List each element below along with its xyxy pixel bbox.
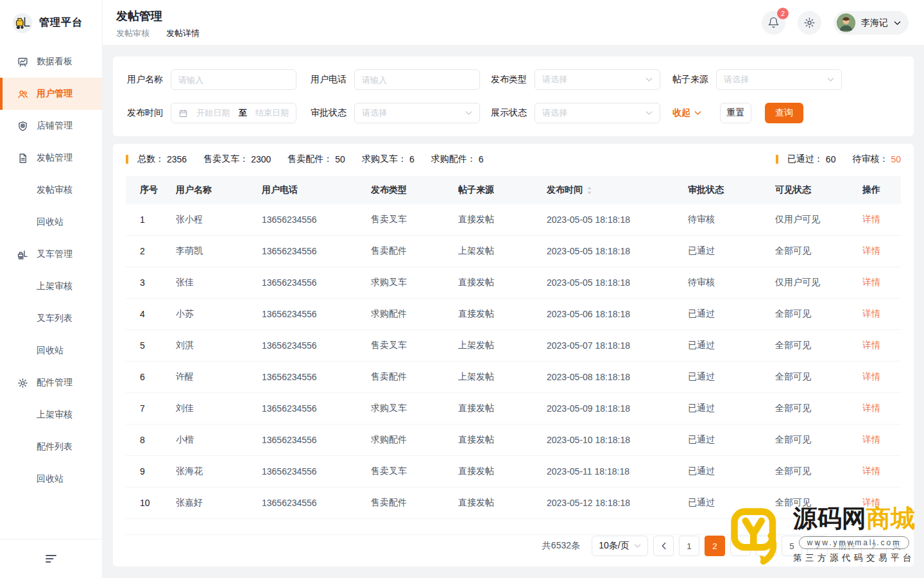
table-spacer bbox=[126, 519, 901, 535]
cell-index: 7 bbox=[126, 403, 176, 414]
cell-post-source: 直接发帖 bbox=[458, 434, 547, 446]
sidebar: 管理平台 数据看板 用户管理 店铺管理 发帖管理 发帖审核 回收站 bbox=[0, 0, 103, 578]
table-row: 10 张嘉好 13656234556 售卖配件 直接发帖 2023-05-12 … bbox=[126, 487, 901, 519]
next-page-button[interactable] bbox=[807, 536, 828, 556]
date-range-picker[interactable]: 开始日期 至 结束日期 bbox=[171, 103, 296, 123]
prev-page-button[interactable] bbox=[653, 536, 674, 556]
cell-publish-time: 2023-05-10 18:18:18 bbox=[547, 435, 688, 445]
post-type-select[interactable]: 请选择 bbox=[535, 69, 660, 90]
header-tab[interactable]: 发帖审核 bbox=[116, 28, 150, 39]
cell-username: 刘淇 bbox=[176, 340, 262, 351]
sidebar-item[interactable]: 回收站 bbox=[0, 463, 102, 495]
sidebar-item-label: 配件管理 bbox=[37, 377, 73, 389]
cell-post-type: 求购配件 bbox=[371, 308, 458, 320]
post-source-select[interactable]: 请选择 bbox=[716, 69, 842, 90]
cell-post-source: 直接发帖 bbox=[458, 277, 547, 288]
sidebar-item-label: 上架审核 bbox=[37, 281, 73, 292]
chevron-left-icon bbox=[661, 542, 667, 550]
page-title: 发帖管理 bbox=[116, 8, 162, 24]
detail-link[interactable]: 详情 bbox=[862, 403, 880, 413]
page-button[interactable]: 1 bbox=[679, 536, 699, 556]
page-size-select[interactable]: 10条/页 bbox=[592, 536, 648, 556]
table-row: 4 小苏 13656234556 求购配件 直接发帖 2023-05-06 18… bbox=[126, 299, 901, 330]
notification-badge: 2 bbox=[777, 8, 789, 19]
sidebar-item-label: 上架审核 bbox=[37, 409, 73, 421]
sidebar-item[interactable]: 配件管理 bbox=[0, 367, 102, 399]
cell-approve-status: 已通过 bbox=[688, 497, 775, 509]
sidebar-item[interactable]: 配件列表 bbox=[0, 431, 102, 463]
cell-post-source: 上架发帖 bbox=[458, 340, 547, 351]
table-row: 1 张小程 13656234556 售卖叉车 直接发帖 2023-05-05 1… bbox=[126, 204, 901, 236]
collapse-sidebar-icon[interactable] bbox=[39, 548, 64, 569]
sidebar-item[interactable]: 店铺管理 bbox=[0, 110, 102, 142]
pagination: 共6532条 10条/页 12345 前往 页 bbox=[542, 536, 901, 556]
brand: 管理平台 bbox=[0, 0, 102, 46]
cell-approve-status: 已通过 bbox=[688, 466, 775, 477]
cell-approve-status: 已通过 bbox=[688, 403, 775, 414]
page-button[interactable]: 2 bbox=[705, 536, 725, 556]
detail-link[interactable]: 详情 bbox=[862, 497, 880, 507]
page-button[interactable]: 4 bbox=[756, 536, 776, 556]
page-button[interactable]: 5 bbox=[782, 536, 802, 556]
detail-link[interactable]: 详情 bbox=[862, 371, 880, 381]
sidebar-item[interactable]: 数据看板 bbox=[0, 46, 102, 78]
table-row: 7 刘佳 13656234556 求购叉车 直接发帖 2023-05-09 18… bbox=[126, 393, 901, 425]
sidebar-item[interactable]: 叉车管理 bbox=[0, 238, 102, 270]
stat-item: 待审核 50 bbox=[852, 153, 901, 165]
collapse-filters-link[interactable]: 收起 bbox=[672, 103, 701, 123]
forklift-logo-icon bbox=[12, 12, 33, 34]
detail-link[interactable]: 详情 bbox=[862, 434, 880, 444]
reset-button[interactable]: 重置 bbox=[720, 103, 751, 123]
detail-link[interactable]: 详情 bbox=[862, 340, 880, 350]
filter-panel: 用户名称 用户电话 发布类型 请选择 帖子来源 请选择 发布时间 bbox=[113, 57, 914, 136]
phone-input[interactable] bbox=[354, 69, 480, 90]
sidebar-item[interactable]: 发帖管理 bbox=[0, 142, 102, 174]
cell-username: 李萌凯 bbox=[176, 245, 262, 257]
sidebar-item[interactable]: 上架审核 bbox=[0, 270, 102, 302]
cell-visible-status: 仅用户可见 bbox=[775, 214, 862, 225]
detail-link[interactable]: 详情 bbox=[862, 277, 880, 287]
detail-link[interactable]: 详情 bbox=[862, 245, 880, 256]
cell-visible-status: 全部可见 bbox=[775, 308, 862, 320]
page-button[interactable]: 3 bbox=[730, 536, 751, 556]
filter-label-publish-time: 发布时间 bbox=[127, 107, 163, 119]
header-tab[interactable]: 发帖详情 bbox=[166, 28, 200, 39]
settings-button[interactable] bbox=[798, 11, 821, 35]
cell-username: 刘佳 bbox=[176, 403, 262, 414]
sidebar-item[interactable]: 发帖审核 bbox=[0, 174, 102, 206]
notification-button[interactable]: 2 bbox=[762, 11, 785, 35]
shop-shield-icon bbox=[17, 120, 28, 132]
detail-link[interactable]: 详情 bbox=[862, 308, 880, 319]
users-icon bbox=[17, 88, 28, 100]
sidebar-item[interactable]: 回收站 bbox=[0, 335, 102, 367]
table-row: 3 张佳 13656234556 求购叉车 直接发帖 2023-05-05 18… bbox=[126, 267, 901, 299]
header: 发帖管理 发帖审核发帖详情 2 李海记 bbox=[103, 0, 924, 46]
cell-publish-time: 2023-05-07 18:18:18 bbox=[547, 340, 688, 351]
sidebar-item-label: 发帖审核 bbox=[37, 184, 73, 196]
display-status-select[interactable]: 请选择 bbox=[535, 103, 660, 123]
cell-username: 张小程 bbox=[176, 214, 262, 225]
username-input[interactable] bbox=[171, 69, 296, 90]
cell-post-type: 售卖配件 bbox=[371, 497, 458, 509]
cell-phone: 13656234556 bbox=[262, 340, 371, 351]
detail-link[interactable]: 详情 bbox=[862, 214, 880, 224]
jump-page-input[interactable] bbox=[861, 536, 887, 556]
table-header: 序号 用户名称 用户电话 发布类型 帖子来源 发布时间 审批状态 可见状态 操作 bbox=[126, 176, 901, 204]
sidebar-item[interactable]: 叉车列表 bbox=[0, 302, 102, 335]
cell-username: 张佳 bbox=[176, 277, 262, 288]
search-button[interactable]: 查询 bbox=[765, 103, 803, 123]
approve-status-select[interactable]: 请选择 bbox=[354, 103, 480, 123]
detail-link[interactable]: 详情 bbox=[862, 466, 880, 476]
end-date-placeholder: 结束日期 bbox=[255, 107, 289, 119]
sidebar-item[interactable]: 用户管理 bbox=[0, 78, 102, 110]
user-menu[interactable]: 李海记 bbox=[834, 11, 909, 35]
cell-username: 小楷 bbox=[176, 434, 262, 446]
cell-visible-status: 全部可见 bbox=[775, 371, 862, 383]
sidebar-item[interactable]: 回收站 bbox=[0, 206, 102, 238]
table-row: 8 小楷 13656234556 求购配件 直接发帖 2023-05-10 18… bbox=[126, 425, 901, 456]
sort-icon[interactable] bbox=[586, 186, 592, 195]
cell-phone: 13656234556 bbox=[262, 246, 371, 256]
sidebar-item-label: 发帖管理 bbox=[37, 152, 73, 164]
brand-title: 管理平台 bbox=[39, 16, 83, 30]
sidebar-item[interactable]: 上架审核 bbox=[0, 399, 102, 431]
